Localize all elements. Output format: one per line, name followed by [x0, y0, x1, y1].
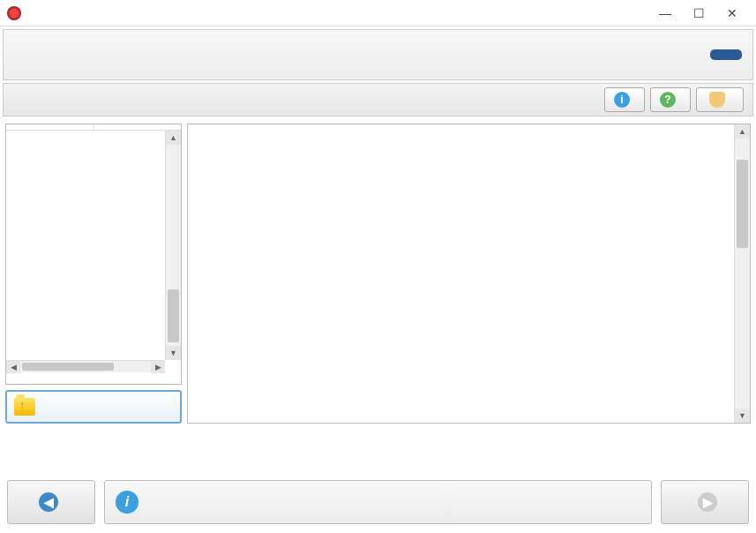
file-types-header	[6, 124, 181, 131]
about-button[interactable]: i	[604, 87, 645, 112]
site-badge	[710, 49, 742, 60]
sidebar-hscroll[interactable]: ◀ ▶	[6, 360, 165, 372]
back-arrow-icon: ◀	[39, 492, 58, 512]
open-containing-folder-button[interactable]	[5, 390, 182, 424]
col-files-found[interactable]	[94, 124, 165, 130]
info-icon: i	[116, 491, 138, 514]
maximize-button[interactable]: ☐	[682, 1, 715, 26]
folder-open-icon	[14, 398, 35, 416]
files-scroll-down-icon[interactable]: ▼	[735, 409, 750, 423]
help-icon: ?	[660, 92, 676, 108]
hint-box: i	[104, 480, 652, 524]
info-icon: i	[614, 92, 630, 108]
scroll-up-icon[interactable]: ▲	[166, 131, 181, 145]
files-scroll-up-icon[interactable]: ▲	[735, 124, 750, 139]
files-vscroll[interactable]: ▲ ▼	[734, 124, 750, 423]
sidebar: ▲ ▼ ◀ ▶	[5, 124, 182, 424]
titlebar: — ☐ ✕	[0, 0, 756, 26]
next-button[interactable]: ▶	[661, 480, 749, 524]
minimize-button[interactable]: —	[648, 1, 682, 26]
info-strip	[0, 116, 756, 124]
main-area: ▲ ▼ ◀ ▶ ▲ ▼	[5, 124, 751, 424]
bottom-bar: ◀ i ▶	[7, 480, 749, 524]
scroll-thumb[interactable]	[168, 289, 179, 342]
recovered-files-panel: ▲ ▼	[187, 124, 751, 424]
col-file-types[interactable]	[6, 124, 94, 130]
scroll-right-icon[interactable]: ▶	[151, 361, 165, 373]
file-types-list	[6, 131, 165, 360]
close-button[interactable]: ✕	[715, 1, 749, 26]
scroll-left-icon[interactable]: ◀	[6, 361, 20, 373]
files-scroll-thumb[interactable]	[737, 160, 748, 248]
file-types-panel: ▲ ▼ ◀ ▶	[5, 124, 182, 385]
file-grid	[188, 124, 734, 423]
sidebar-vscroll[interactable]: ▲ ▼	[165, 131, 181, 360]
header-banner	[3, 29, 753, 80]
scroll-down-icon[interactable]: ▼	[166, 346, 181, 360]
support-icon	[709, 92, 725, 108]
next-arrow-icon: ▶	[698, 492, 717, 512]
hscroll-thumb[interactable]	[22, 363, 114, 371]
support-button[interactable]	[696, 87, 744, 112]
mode-bar: i ?	[3, 83, 753, 116]
help-button[interactable]: ?	[650, 87, 691, 112]
back-button[interactable]: ◀	[7, 480, 95, 524]
app-icon	[7, 6, 21, 20]
